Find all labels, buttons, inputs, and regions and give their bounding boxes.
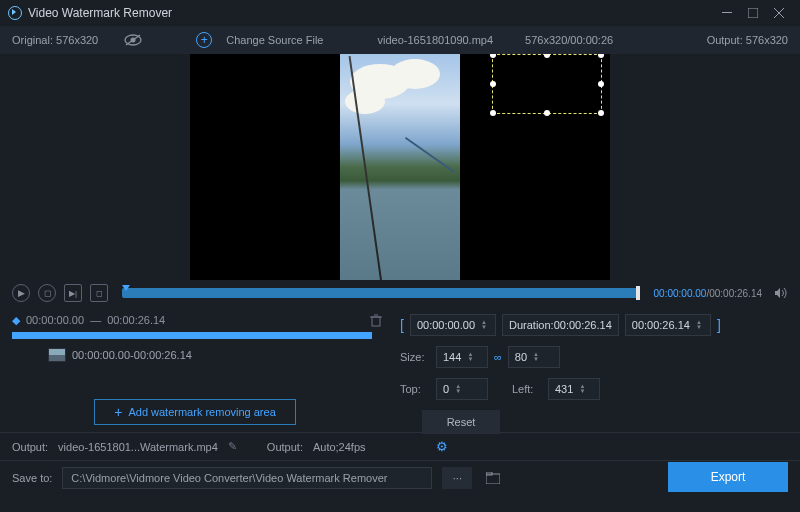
preview-toggle-icon[interactable] xyxy=(124,34,142,46)
svg-rect-7 xyxy=(372,317,380,326)
segments-panel: ◆ 00:00:00.00 — 00:00:26.14 00:00:00.00-… xyxy=(12,310,382,432)
output-filename: video-1651801...Watermark.mp4 xyxy=(58,441,218,453)
close-button[interactable] xyxy=(766,0,792,26)
segment-end: 00:00:26.14 xyxy=(107,314,165,326)
output-file-label: Output: xyxy=(12,441,48,453)
range-end-input[interactable]: 00:00:26.14▲▼ xyxy=(625,314,711,336)
open-folder-icon[interactable] xyxy=(482,467,504,489)
segment-start: 00:00:00.00 xyxy=(26,314,84,326)
add-watermark-area-button[interactable]: +Add watermark removing area xyxy=(94,399,296,425)
save-to-label: Save to: xyxy=(12,472,52,484)
svg-rect-0 xyxy=(722,12,732,13)
save-path-input[interactable]: C:\Vidmore\Vidmore Video Converter\Video… xyxy=(62,467,432,489)
output-settings-label: Output: xyxy=(267,441,303,453)
watermark-selection[interactable] xyxy=(492,54,602,114)
top-label: Top: xyxy=(400,383,430,395)
stop-button[interactable]: ◻ xyxy=(38,284,56,302)
handle-bm[interactable] xyxy=(544,110,550,116)
properties-panel: [ 00:00:00.00▲▼ Duration:00:00:26.14 00:… xyxy=(400,310,788,432)
left-label: Left: xyxy=(512,383,542,395)
play-button[interactable]: ▶ xyxy=(12,284,30,302)
output-settings-value: Auto;24fps xyxy=(313,441,366,453)
original-label: Original: 576x320 xyxy=(12,34,98,46)
delete-segment-icon[interactable] xyxy=(370,314,382,327)
handle-br[interactable] xyxy=(598,110,604,116)
range-duration-input[interactable]: Duration:00:00:26.14 xyxy=(502,314,619,336)
maximize-button[interactable] xyxy=(740,0,766,26)
size-label: Size: xyxy=(400,351,430,363)
drop-icon: ◆ xyxy=(12,314,20,327)
svg-rect-1 xyxy=(748,8,758,18)
aspect-lock-icon[interactable]: ∞ xyxy=(494,351,502,363)
timeline-scrubber[interactable] xyxy=(122,288,640,298)
height-input[interactable]: 80▲▼ xyxy=(508,346,560,368)
change-source-icon[interactable]: + xyxy=(196,32,212,48)
segment-item[interactable]: 00:00:00.00-00:00:26.14 xyxy=(12,349,382,361)
handle-tr[interactable] xyxy=(598,54,604,58)
reset-button[interactable]: Reset xyxy=(422,410,500,434)
range-end-bracket-icon[interactable]: ] xyxy=(717,317,721,333)
app-logo-icon xyxy=(8,6,22,20)
top-input[interactable]: 0▲▼ xyxy=(436,378,488,400)
left-input[interactable]: 431▲▼ xyxy=(548,378,600,400)
change-source-button[interactable]: Change Source File xyxy=(226,34,323,46)
playback-controls: ▶ ◻ ▶| ◻ 00:00:00.00/00:00:26.14 xyxy=(0,280,800,306)
output-dimension: Output: 576x320 xyxy=(707,34,788,46)
step-fwd-button[interactable]: ▶| xyxy=(64,284,82,302)
export-button[interactable]: Export xyxy=(668,462,788,492)
output-settings-icon[interactable]: ⚙ xyxy=(436,439,448,454)
handle-ml[interactable] xyxy=(490,81,496,87)
rename-output-icon[interactable]: ✎ xyxy=(228,440,237,453)
range-start-input[interactable]: 00:00:00.00▲▼ xyxy=(410,314,496,336)
source-filename: video-1651801090.mp4 xyxy=(377,34,493,46)
volume-icon[interactable] xyxy=(774,287,788,299)
source-dim-duration: 576x320/00:00:26 xyxy=(525,34,613,46)
output-row: Output: video-1651801...Watermark.mp4 ✎ … xyxy=(0,432,800,460)
handle-tl[interactable] xyxy=(490,54,496,58)
minimize-button[interactable] xyxy=(714,0,740,26)
segment-thumb-icon xyxy=(48,348,66,362)
info-bar: Original: 576x320 + Change Source File v… xyxy=(0,26,800,54)
width-input[interactable]: 144▲▼ xyxy=(436,346,488,368)
range-start-bracket-icon[interactable]: [ xyxy=(400,317,404,333)
preview-area xyxy=(0,54,800,280)
handle-tm[interactable] xyxy=(544,54,550,58)
handle-mr[interactable] xyxy=(598,81,604,87)
handle-bl[interactable] xyxy=(490,110,496,116)
titlebar: Video Watermark Remover xyxy=(0,0,800,26)
app-title: Video Watermark Remover xyxy=(28,6,714,20)
snapshot-button[interactable]: ◻ xyxy=(90,284,108,302)
browse-path-button[interactable]: ··· xyxy=(442,467,472,489)
segment-bar[interactable] xyxy=(12,332,372,339)
video-canvas[interactable] xyxy=(190,54,610,280)
time-display: 00:00:00.00/00:00:26.14 xyxy=(654,288,762,299)
